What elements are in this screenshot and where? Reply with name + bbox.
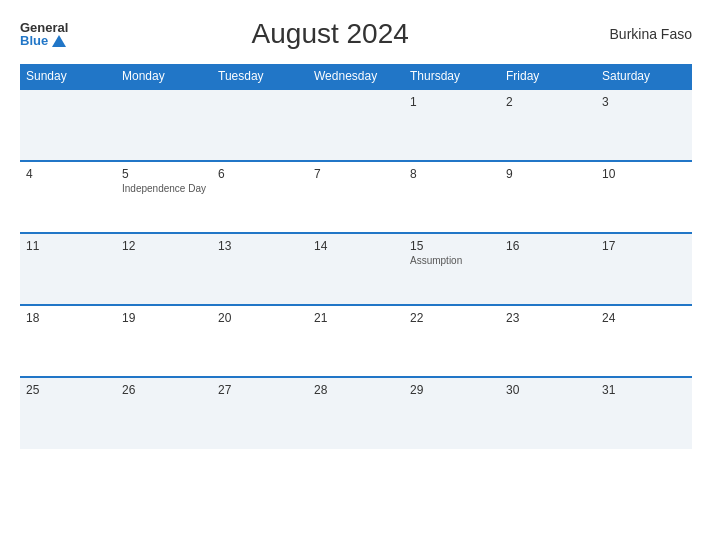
header: General Blue August 2024 Burkina Faso	[20, 18, 692, 50]
event-label: Independence Day	[122, 183, 206, 194]
day-number: 28	[314, 383, 398, 397]
calendar-cell	[116, 89, 212, 161]
calendar-cell: 23	[500, 305, 596, 377]
day-number: 17	[602, 239, 686, 253]
calendar-week-row: 25262728293031	[20, 377, 692, 449]
day-number: 27	[218, 383, 302, 397]
day-number: 16	[506, 239, 590, 253]
calendar-title: August 2024	[68, 18, 592, 50]
logo-triangle-icon	[52, 35, 66, 47]
calendar-cell: 12	[116, 233, 212, 305]
day-number: 2	[506, 95, 590, 109]
day-number: 23	[506, 311, 590, 325]
header-thursday: Thursday	[404, 64, 500, 89]
day-number: 20	[218, 311, 302, 325]
calendar-cell	[308, 89, 404, 161]
day-number: 12	[122, 239, 206, 253]
day-number: 14	[314, 239, 398, 253]
calendar-cell: 17	[596, 233, 692, 305]
calendar-cell: 31	[596, 377, 692, 449]
day-number: 5	[122, 167, 206, 181]
calendar-week-row: 45Independence Day678910	[20, 161, 692, 233]
calendar-cell: 24	[596, 305, 692, 377]
day-number: 9	[506, 167, 590, 181]
day-number: 15	[410, 239, 494, 253]
day-number: 30	[506, 383, 590, 397]
calendar-cell	[20, 89, 116, 161]
calendar-cell: 4	[20, 161, 116, 233]
day-number: 11	[26, 239, 110, 253]
calendar-page: General Blue August 2024 Burkina Faso Su…	[0, 0, 712, 550]
day-number: 22	[410, 311, 494, 325]
calendar-cell: 15Assumption	[404, 233, 500, 305]
calendar-cell: 30	[500, 377, 596, 449]
day-number: 13	[218, 239, 302, 253]
day-number: 3	[602, 95, 686, 109]
header-wednesday: Wednesday	[308, 64, 404, 89]
calendar-cell: 6	[212, 161, 308, 233]
calendar-week-row: 1112131415Assumption1617	[20, 233, 692, 305]
header-monday: Monday	[116, 64, 212, 89]
logo-blue-text: Blue	[20, 34, 66, 47]
calendar-cell: 28	[308, 377, 404, 449]
calendar-cell: 8	[404, 161, 500, 233]
day-number: 8	[410, 167, 494, 181]
calendar-cell: 3	[596, 89, 692, 161]
day-number: 1	[410, 95, 494, 109]
calendar-cell: 16	[500, 233, 596, 305]
day-number: 24	[602, 311, 686, 325]
calendar-table: Sunday Monday Tuesday Wednesday Thursday…	[20, 64, 692, 449]
calendar-cell: 13	[212, 233, 308, 305]
calendar-week-row: 18192021222324	[20, 305, 692, 377]
calendar-cell: 18	[20, 305, 116, 377]
calendar-cell: 21	[308, 305, 404, 377]
header-saturday: Saturday	[596, 64, 692, 89]
day-number: 4	[26, 167, 110, 181]
calendar-cell: 9	[500, 161, 596, 233]
event-label: Assumption	[410, 255, 494, 266]
day-number: 19	[122, 311, 206, 325]
calendar-cell: 20	[212, 305, 308, 377]
calendar-cell: 7	[308, 161, 404, 233]
day-number: 29	[410, 383, 494, 397]
calendar-cell: 26	[116, 377, 212, 449]
calendar-cell: 22	[404, 305, 500, 377]
calendar-cell: 5Independence Day	[116, 161, 212, 233]
day-number: 25	[26, 383, 110, 397]
header-tuesday: Tuesday	[212, 64, 308, 89]
day-number: 7	[314, 167, 398, 181]
calendar-cell: 10	[596, 161, 692, 233]
calendar-cell: 19	[116, 305, 212, 377]
day-number: 31	[602, 383, 686, 397]
day-number: 21	[314, 311, 398, 325]
country-label: Burkina Faso	[592, 26, 692, 42]
calendar-cell	[212, 89, 308, 161]
calendar-week-row: 123	[20, 89, 692, 161]
calendar-cell: 29	[404, 377, 500, 449]
weekday-header-row: Sunday Monday Tuesday Wednesday Thursday…	[20, 64, 692, 89]
day-number: 26	[122, 383, 206, 397]
day-number: 10	[602, 167, 686, 181]
calendar-cell: 14	[308, 233, 404, 305]
calendar-cell: 27	[212, 377, 308, 449]
day-number: 18	[26, 311, 110, 325]
calendar-cell: 11	[20, 233, 116, 305]
calendar-cell: 1	[404, 89, 500, 161]
calendar-cell: 25	[20, 377, 116, 449]
calendar-cell: 2	[500, 89, 596, 161]
header-friday: Friday	[500, 64, 596, 89]
day-number: 6	[218, 167, 302, 181]
header-sunday: Sunday	[20, 64, 116, 89]
logo: General Blue	[20, 21, 68, 47]
